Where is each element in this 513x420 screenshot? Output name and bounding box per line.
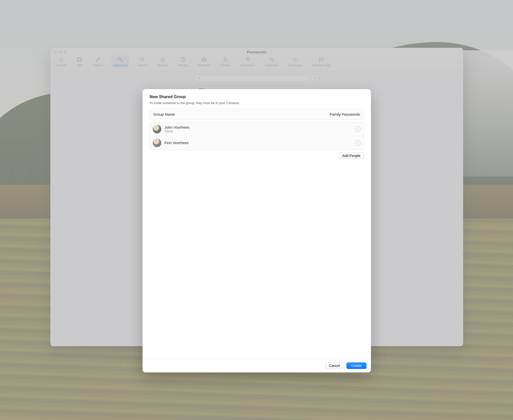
group-name-row: Group Name [150, 109, 363, 119]
svg-point-32 [358, 129, 358, 129]
svg-point-33 [358, 129, 359, 129]
cancel-button[interactable]: Cancel [325, 362, 343, 369]
ellipsis-icon [356, 141, 359, 144]
create-button[interactable]: Create [346, 362, 366, 369]
group-name-label: Group Name [153, 112, 175, 116]
member-row: John VoorheesOwner [150, 122, 363, 136]
member-role: Owner [164, 130, 189, 133]
new-shared-group-sheet: New Shared Group To invite someone to th… [143, 89, 371, 373]
sheet-subtitle: To invite someone to the group, they mus… [150, 101, 364, 105]
sheet-title: New Shared Group [150, 95, 364, 99]
members-list: John VoorheesOwnerFinn Voorhees [150, 122, 364, 150]
avatar [153, 139, 161, 147]
svg-point-34 [357, 143, 357, 143]
member-name: John Voorhees [164, 125, 189, 129]
add-people-button[interactable]: Add People [339, 152, 364, 159]
member-row: Finn Voorhees [150, 136, 363, 150]
member-more-button[interactable] [355, 126, 361, 132]
group-name-input[interactable] [236, 112, 360, 116]
member-name: Finn Voorhees [164, 141, 189, 145]
svg-point-31 [357, 129, 357, 129]
svg-point-36 [358, 143, 359, 143]
avatar [153, 125, 161, 133]
svg-point-35 [358, 143, 358, 143]
member-more-button[interactable] [355, 140, 361, 146]
ellipsis-icon [356, 128, 359, 131]
